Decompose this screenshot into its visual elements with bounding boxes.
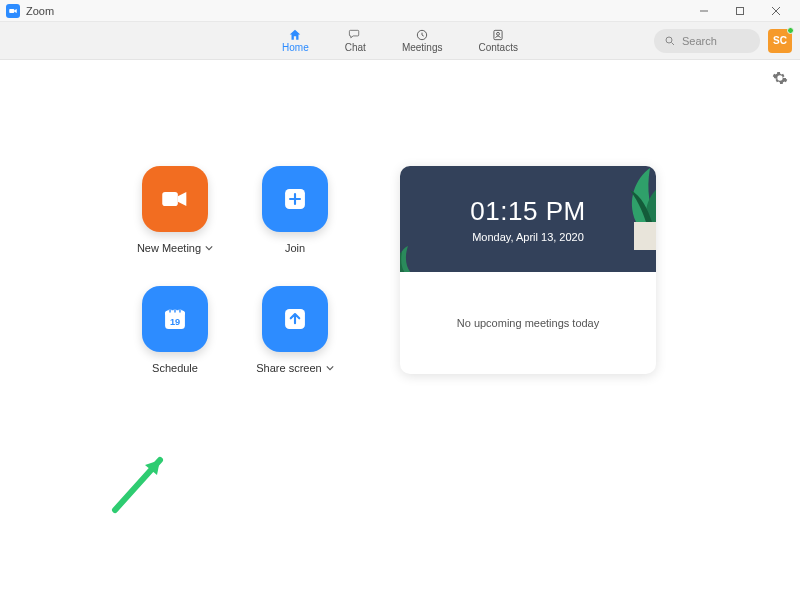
- svg-rect-21: [634, 222, 656, 250]
- plant-decoration-icon: [400, 228, 432, 272]
- upcoming-empty-text: No upcoming meetings today: [457, 317, 599, 329]
- window-title: Zoom: [26, 5, 54, 17]
- current-date: Monday, April 13, 2020: [472, 231, 584, 243]
- tile-label: New Meeting: [137, 242, 201, 254]
- search-icon: [664, 35, 676, 47]
- share-screen-tile[interactable]: Share screen: [240, 286, 350, 374]
- contacts-icon: [489, 28, 507, 42]
- avatar-initials: SC: [773, 35, 787, 46]
- gear-icon: [772, 70, 788, 86]
- calendar-day: 19: [170, 317, 180, 327]
- plant-decoration-icon: [596, 166, 656, 250]
- chevron-down-icon[interactable]: [205, 242, 213, 254]
- tab-meetings[interactable]: Meetings: [402, 28, 443, 53]
- current-time: 01:15 PM: [470, 196, 585, 227]
- zoom-logo-icon: [6, 4, 20, 18]
- header-nav: Home Chat Meetings Contacts Search SC: [0, 22, 800, 60]
- share-up-icon: [278, 302, 312, 336]
- tab-label: Contacts: [478, 42, 517, 53]
- home-icon: [286, 28, 304, 42]
- tab-home[interactable]: Home: [282, 28, 309, 53]
- join-tile[interactable]: Join: [240, 166, 350, 254]
- schedule-tile[interactable]: 19 Schedule: [120, 286, 230, 374]
- action-tiles: New Meeting Join: [120, 166, 350, 374]
- close-button[interactable]: [758, 0, 794, 22]
- video-icon: [158, 182, 192, 216]
- tab-label: Meetings: [402, 42, 443, 53]
- presence-indicator-icon: [787, 27, 794, 34]
- maximize-button[interactable]: [722, 0, 758, 22]
- svg-point-8: [666, 37, 672, 43]
- chevron-down-icon[interactable]: [326, 362, 334, 374]
- new-meeting-button[interactable]: [142, 166, 208, 232]
- svg-line-9: [672, 42, 675, 45]
- content-area: New Meeting Join: [0, 60, 800, 601]
- search-input[interactable]: Search: [654, 29, 760, 53]
- tile-label: Join: [285, 242, 305, 254]
- svg-rect-10: [162, 192, 178, 206]
- title-bar: Zoom: [0, 0, 800, 22]
- settings-button[interactable]: [772, 70, 788, 90]
- svg-rect-2: [737, 7, 744, 14]
- search-placeholder: Search: [682, 35, 717, 47]
- window-controls: [686, 0, 794, 22]
- tile-label: Share screen: [256, 362, 321, 374]
- calendar-icon: 19: [158, 302, 192, 336]
- svg-point-7: [497, 32, 500, 35]
- clock-icon: [413, 28, 431, 42]
- minimize-button[interactable]: [686, 0, 722, 22]
- annotation-arrow-icon: [105, 440, 185, 524]
- tab-label: Home: [282, 42, 309, 53]
- upcoming-body: No upcoming meetings today: [400, 272, 656, 374]
- tab-chat[interactable]: Chat: [345, 28, 366, 53]
- share-screen-button[interactable]: [262, 286, 328, 352]
- svg-rect-0: [9, 8, 14, 12]
- avatar[interactable]: SC: [768, 29, 792, 53]
- schedule-button[interactable]: 19: [142, 286, 208, 352]
- tile-label: Schedule: [152, 362, 198, 374]
- clock-hero: 01:15 PM Monday, April 13, 2020: [400, 166, 656, 272]
- plus-icon: [278, 182, 312, 216]
- join-button[interactable]: [262, 166, 328, 232]
- tab-contacts[interactable]: Contacts: [478, 28, 517, 53]
- upcoming-panel: 01:15 PM Monday, April 13, 2020 No upcom…: [400, 166, 656, 374]
- tab-label: Chat: [345, 42, 366, 53]
- new-meeting-tile[interactable]: New Meeting: [120, 166, 230, 254]
- chat-icon: [346, 28, 364, 42]
